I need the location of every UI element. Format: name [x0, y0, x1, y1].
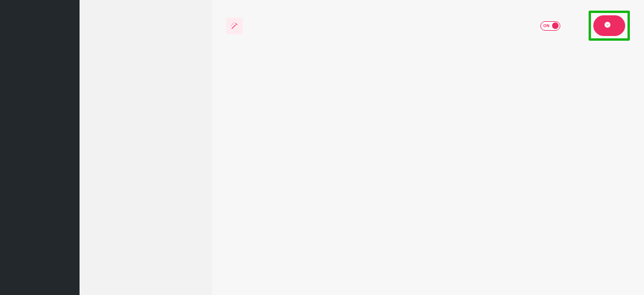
check-circle-icon	[604, 21, 611, 30]
wp-admin-sidebar	[0, 0, 80, 295]
wand-icon	[226, 18, 243, 34]
elementskit-settings-nav	[80, 0, 212, 295]
save-highlight	[589, 11, 630, 41]
page-header: ON	[226, 11, 630, 41]
main-content: ON	[212, 0, 644, 295]
disable-all-toggle[interactable]: ON	[540, 21, 560, 31]
save-changes-button[interactable]	[593, 15, 625, 36]
